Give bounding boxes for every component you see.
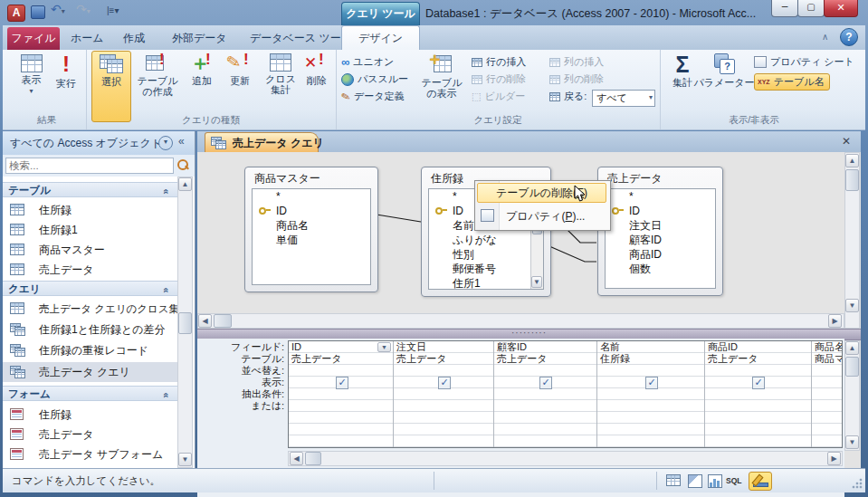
resize-grip[interactable] [852,478,863,489]
view-button[interactable]: 表示 ▾ [14,52,48,120]
scroll-down-icon[interactable]: ▼ [845,299,859,312]
field-row[interactable]: 注文日 [606,218,715,233]
save-icon[interactable] [31,5,45,19]
field-row[interactable]: 単価 [253,233,370,247]
return-combobox[interactable]: すべて ▾ [592,90,655,107]
nav-item-table[interactable]: 売上データ [3,260,173,280]
undo-icon[interactable]: ↶▾ [51,2,65,16]
nav-scrollbar-thumb[interactable] [178,312,192,334]
parameters-button[interactable]: ? パラメーター [700,51,749,123]
scroll-up-icon[interactable]: ▲ [845,154,859,167]
show-checkbox[interactable]: ✓ [645,377,658,389]
field-row[interactable]: ID [253,204,370,218]
field-row[interactable]: * [606,189,715,204]
nav-item-query-selected[interactable]: 売上データ クエリ [3,362,177,382]
data-definition-button[interactable]: ✎データ定義 [341,90,405,103]
maximize-button[interactable]: ▢ [797,0,825,17]
pivottable-view-icon[interactable] [688,474,702,488]
grid-table-cell[interactable]: 売上データ [396,353,447,365]
field-row[interactable]: 商品名 [253,218,370,233]
scroll-left-icon[interactable]: ◀ [198,314,212,328]
select-query-button[interactable]: 選択 [91,51,131,122]
field-row[interactable]: 性別 [429,247,543,262]
scroll-up-icon[interactable]: ▲ [178,177,192,191]
redo-icon[interactable]: ↷▾ [76,2,91,16]
append-query-button[interactable]: ＋ ! 追加 [184,51,220,123]
qat-customize-icon[interactable]: |≡▾ [107,5,119,15]
table-names-button[interactable]: XYZ テーブル名 [754,73,830,91]
nav-item-query[interactable]: 住所録の重複レコード [3,340,173,360]
app-logo-icon[interactable]: A [7,5,25,22]
context-menu-item-properties[interactable]: プロパティ(P)... [506,209,585,225]
nav-header[interactable]: すべての Access オブジェクト ▾ « [3,131,195,156]
scroll-left-icon[interactable]: ◀ [290,452,303,465]
close-document-icon[interactable]: ✕ [842,135,851,148]
field-row[interactable]: 商品ID [606,247,715,262]
tab-create[interactable]: 作成 [123,31,145,46]
sql-view-icon[interactable]: SQL [726,476,741,485]
show-checkbox[interactable]: ✓ [438,377,451,389]
update-query-button[interactable]: ✎ ! 更新 [222,51,258,123]
nav-item-table[interactable]: 商品マスター [3,240,173,260]
delete-columns-button[interactable]: 列の削除 [549,72,604,86]
field-row[interactable]: ID [606,204,715,218]
tab-database-tools[interactable]: データベース ツール [250,31,352,46]
field-row[interactable]: 郵便番号 [429,262,543,276]
nav-item-form[interactable]: 売上データ サブフォーム [3,444,173,464]
nav-item-form[interactable]: 売上データ [3,425,173,444]
field-row[interactable]: 個数 [606,262,715,276]
grid-h-thumb[interactable] [305,452,321,465]
grid-h-scrollbar[interactable] [288,451,843,466]
design-h-thumb[interactable] [214,314,232,328]
grid-table-cell[interactable]: 売上データ [708,353,758,365]
field-row[interactable]: 顧客ID [606,233,715,247]
query-design-surface[interactable]: 商品マスター * ID 商品名 単価 住所録 * ID 名前 ふりがな 性別 郵… [197,152,844,313]
field-dropdown-icon[interactable]: ▼ [377,342,391,352]
delete-query-button[interactable]: ✕ ! 削除 [301,51,332,123]
builder-button[interactable]: ⬚ビルダー [472,90,525,103]
minimize-button[interactable]: ‒ [771,0,798,17]
nav-menu-dropdown-icon[interactable]: ▾ [158,136,173,150]
tab-external-data[interactable]: 外部データ [172,31,227,46]
nav-item-table[interactable]: 住所録1 [3,220,173,240]
nav-item-query[interactable]: 住所録1と住所録との差分 [3,320,173,339]
grid-field-cell[interactable]: 商品名 [815,341,843,353]
delete-rows-button[interactable]: 行の削除 [472,72,526,86]
crosstab-query-button[interactable]: クロス集計 [260,51,301,123]
insert-rows-button[interactable]: 行の挿入 [472,55,526,69]
search-input[interactable] [5,158,174,174]
nav-section-queries[interactable]: クエリ« [3,281,177,296]
nav-section-forms[interactable]: フォーム« [3,386,177,401]
document-tab-active[interactable]: 売上データ クエリ [205,132,319,153]
scroll-down-icon[interactable]: ▼ [845,435,859,449]
insert-columns-button[interactable]: 列の挿入 [549,55,604,69]
grid-table-cell[interactable]: 売上データ [497,353,548,365]
field-row[interactable]: 住所1 [429,276,543,290]
grid-table-cell[interactable]: 売上データ [291,353,342,365]
property-sheet-button[interactable]: プロパティ シート [754,55,854,69]
grid-field-cell[interactable]: ID [291,341,301,353]
run-button[interactable]: ! 実行 [50,52,82,120]
design-v-thumb[interactable] [845,169,859,191]
nav-item-query[interactable]: 売上データ クエリのクロス集計 [3,299,173,319]
field-list-products[interactable]: 商品マスター * ID 商品名 単価 [244,167,378,292]
grid-table-cell[interactable]: 商品マスター [815,353,843,365]
scroll-down-icon[interactable]: ▼ [531,276,542,288]
shutter-close-icon[interactable]: « [178,135,185,148]
pivotchart-view-icon[interactable] [708,474,722,488]
union-button[interactable]: ∞ユニオン [341,55,394,69]
field-row[interactable]: * [253,189,370,204]
help-icon[interactable]: ? [840,28,858,46]
passthrough-button[interactable]: パススルー [341,72,408,86]
scroll-up-icon[interactable]: ▲ [845,341,859,355]
nav-item-table[interactable]: 住所録 [3,200,173,220]
scroll-right-icon[interactable]: ▶ [827,452,841,465]
nav-item-form[interactable]: 住所録 [3,405,173,425]
design-h-scrollbar[interactable] [197,313,844,329]
design-view-icon-selected[interactable] [749,472,772,491]
make-table-button[interactable]: ! テーブルの作成 [133,51,182,123]
scroll-right-icon[interactable]: ▶ [828,314,842,328]
scroll-down-icon[interactable]: ▼ [178,453,192,466]
grid-table-cell[interactable]: 住所録 [600,353,630,365]
show-table-button[interactable]: ＋ テーブルの表示 [417,51,466,123]
